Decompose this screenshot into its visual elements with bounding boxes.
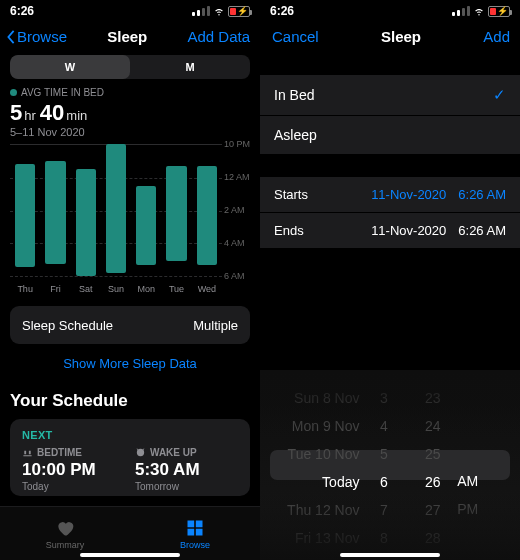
option-in-bed[interactable]: In Bed ✓ [260, 75, 520, 116]
ends-row[interactable]: Ends 11-Nov-2020 6:26 AM [260, 213, 520, 249]
wifi-icon [213, 5, 225, 17]
bedtime-icon [22, 447, 33, 458]
heart-icon [54, 518, 76, 538]
show-more-link[interactable]: Show More Sleep Data [10, 344, 250, 385]
time-range-list: Starts 11-Nov-2020 6:26 AM Ends 11-Nov-2… [260, 177, 520, 249]
wifi-icon [473, 5, 485, 17]
home-indicator[interactable] [80, 553, 180, 557]
avg-label: AVG TIME IN BED [21, 87, 104, 98]
cellular-icon [452, 6, 470, 16]
sleep-schedule-row[interactable]: Sleep Schedule Multiple [10, 306, 250, 344]
status-time: 6:26 [270, 4, 294, 18]
add-data-button[interactable]: Add Data [187, 28, 250, 45]
add-button[interactable]: Add [483, 28, 510, 45]
cancel-button[interactable]: Cancel [272, 28, 319, 45]
nav-bar-modal: Cancel Sleep Add [260, 22, 520, 55]
status-bar: 6:26 ⚡ [260, 0, 520, 22]
sleep-schedule-value: Multiple [193, 318, 238, 333]
status-time: 6:26 [10, 4, 34, 18]
cellular-icon [192, 6, 210, 16]
date-range: 5–11 Nov 2020 [10, 126, 250, 138]
starts-row[interactable]: Starts 11-Nov-2020 6:26 AM [260, 177, 520, 213]
next-label: Next [22, 429, 238, 441]
starts-time: 6:26 AM [458, 187, 506, 202]
bedtime-value: 10:00 PM [22, 460, 125, 480]
battery-charging-icon: ⚡ [228, 6, 250, 17]
back-label: Browse [17, 28, 67, 45]
grid-icon [184, 518, 206, 538]
wakeup-sub: Tomorrow [135, 481, 238, 492]
status-bar: 6:26 ⚡ [0, 0, 260, 22]
segment-month[interactable]: M [130, 55, 250, 79]
checkmark-icon: ✓ [493, 86, 506, 104]
nav-title: Sleep [107, 28, 147, 45]
back-button[interactable]: Browse [6, 28, 67, 45]
schedule-card[interactable]: Next BEDTIME 10:00 PM Today WAKE UP [10, 419, 250, 496]
nav-bar: Browse Sleep Add Data [0, 22, 260, 55]
starts-date: 11-Nov-2020 [371, 187, 446, 202]
bedtime-label: BEDTIME [37, 447, 82, 458]
wakeup-label: WAKE UP [150, 447, 197, 458]
picker-ampm-column[interactable]: AMPM [457, 386, 506, 550]
ends-time: 6:26 AM [458, 223, 506, 238]
bedtime-sub: Today [22, 481, 125, 492]
add-sleep-data-screen: 6:26 ⚡ Cancel Sleep Add In Bed ✓ Asleep [260, 0, 520, 560]
avg-value: 5hr 40min [10, 100, 250, 126]
picker-day-column[interactable]: Sun 8 NovMon 9 NovTue 10 NovTodayThu 12 … [274, 386, 359, 550]
sleep-schedule-label: Sleep Schedule [22, 318, 113, 333]
sleep-chart[interactable]: 10 PM12 AM2 AM4 AM6 AM ThuFriSatSunMonTu… [10, 144, 250, 294]
series-dot-icon [10, 89, 17, 96]
your-schedule-title: Your Schedule [10, 385, 250, 419]
tab-bar: Summary Browse [0, 506, 260, 560]
nav-title: Sleep [381, 28, 421, 45]
chevron-left-icon [6, 30, 16, 44]
period-segment[interactable]: W M [10, 55, 250, 79]
battery-charging-icon: ⚡ [488, 6, 510, 17]
picker-hour-column[interactable]: 345678 [359, 386, 408, 550]
sleep-type-list: In Bed ✓ Asleep [260, 75, 520, 155]
home-indicator[interactable] [340, 553, 440, 557]
status-right: ⚡ [192, 5, 250, 17]
datetime-picker[interactable]: Sun 8 NovMon 9 NovTue 10 NovTodayThu 12 … [260, 370, 520, 560]
wakeup-value: 5:30 AM [135, 460, 238, 480]
sleep-overview-screen: 6:26 ⚡ Browse Sleep Add Data W M AVG TIM [0, 0, 260, 560]
wakeup-icon [135, 447, 146, 458]
ends-date: 11-Nov-2020 [371, 223, 446, 238]
option-asleep[interactable]: Asleep [260, 116, 520, 155]
segment-week[interactable]: W [10, 55, 130, 79]
picker-minute-column[interactable]: 232425262728 [408, 386, 457, 550]
